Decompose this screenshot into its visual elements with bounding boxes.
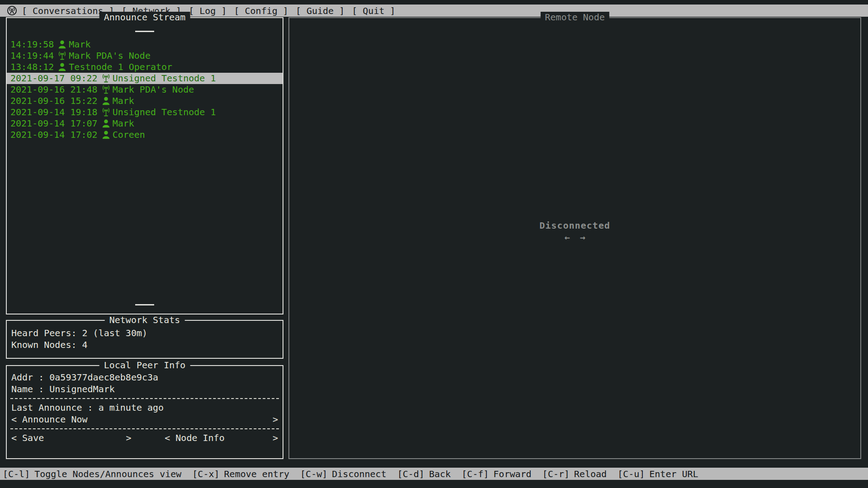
announce-name: Mark PDA's Node — [69, 50, 151, 61]
shortcut-bar: [C-l]Toggle Nodes/Announces view[C-x]Rem… — [0, 468, 868, 480]
button-close-bracket: > — [126, 432, 131, 444]
button-open-bracket: < — [11, 432, 17, 444]
announce-row[interactable]: 2021-09-16 21:48Mark PDA's Node — [7, 84, 283, 95]
announce-name: Coreen — [113, 129, 145, 141]
person-icon — [57, 40, 67, 49]
divider — [10, 428, 279, 429]
menu-item[interactable]: [ Config ] — [234, 5, 288, 16]
shortcut-label: Enter URL — [649, 469, 698, 479]
shortcut-key: [C-l] — [3, 469, 30, 479]
person-icon — [101, 96, 111, 106]
person-icon — [101, 130, 111, 140]
announce-stream-panel: Announce Stream 14:19:58Mark14:19:44Mark… — [6, 17, 283, 314]
peer-address: Addr : 0a59377daec8eb8e9c3a — [11, 371, 278, 383]
shortcut-label: Disconnect — [332, 469, 386, 479]
button-close-bracket: > — [273, 413, 278, 425]
announce-row[interactable]: 2021-09-17 09:22Unsigned Testnode 1 — [7, 73, 283, 84]
app-screen: [ Conversations ][ Network ][ Log ][ Con… — [0, 0, 868, 488]
scrollbar-top-cap[interactable] — [135, 31, 154, 32]
network-stats-title: Network Stats — [105, 314, 185, 325]
shortcut-key: [C-r] — [542, 469, 570, 479]
announce-timestamp: 14:19:58 — [10, 39, 54, 50]
shortcut-label: Back — [429, 469, 451, 479]
scrollbar-bottom-cap[interactable] — [135, 304, 154, 305]
reticulum-logo-icon — [7, 5, 17, 16]
announce-row[interactable]: 2021-09-14 17:02Coreen — [7, 129, 283, 141]
shortcut-key: [C-f] — [462, 469, 489, 479]
shortcut-item: [C-f]Forward — [462, 469, 532, 479]
network-stats-panel: Network Stats Heard Peers: 2 (last 30m) … — [6, 320, 283, 359]
announce-stream-title: Announce Stream — [99, 12, 190, 23]
save-button[interactable]: <Save> — [11, 432, 132, 444]
node-info-button[interactable]: <Node Info> — [165, 432, 278, 444]
announce-now-button[interactable]: <Announce Now> — [11, 413, 278, 425]
announce-name: Unsigned Testnode 1 — [113, 73, 216, 84]
save-label: Save — [22, 432, 126, 444]
divider — [10, 398, 279, 399]
menu-item[interactable]: [ Log ] — [189, 5, 226, 16]
button-open-bracket: < — [165, 432, 170, 444]
local-peer-info-panel: Local Peer Info Addr : 0a59377daec8eb8e9… — [6, 365, 283, 459]
remote-node-panel: Remote Node Disconnected ← → — [288, 17, 861, 459]
shortcut-item: [C-x]Remove entry — [192, 469, 289, 479]
node-broadcast-icon — [101, 85, 111, 94]
announce-timestamp: 2021-09-17 09:22 — [10, 73, 98, 84]
known-nodes-stat: Known Nodes: 4 — [11, 339, 283, 351]
announce-list: 14:19:58Mark14:19:44Mark PDA's Node13:48… — [7, 39, 283, 141]
button-close-bracket: > — [273, 432, 278, 444]
shortcut-key: [C-d] — [397, 469, 425, 479]
announce-timestamp: 2021-09-16 21:48 — [10, 84, 98, 95]
announce-timestamp: 2021-09-16 15:22 — [10, 95, 98, 107]
back-arrow-icon[interactable]: ← — [564, 232, 570, 243]
forward-arrow-icon[interactable]: → — [580, 232, 585, 243]
person-icon — [57, 62, 67, 72]
button-open-bracket: < — [11, 413, 17, 425]
announce-timestamp: 2021-09-14 19:18 — [10, 107, 98, 118]
menu-items: [ Conversations ][ Network ][ Log ][ Con… — [22, 5, 396, 16]
heard-peers-stat: Heard Peers: 2 (last 30m) — [11, 327, 283, 339]
connection-status: Disconnected — [539, 220, 610, 231]
announce-name: Mark — [113, 95, 134, 107]
menu-item[interactable]: [ Guide ] — [296, 5, 344, 16]
shortcut-item: [C-d]Back — [397, 469, 451, 479]
last-announce-text: Last Announce : a minute ago — [11, 402, 278, 413]
node-broadcast-icon — [101, 74, 111, 83]
shortcut-item: [C-u]Enter URL — [618, 469, 698, 479]
shortcut-item: [C-w]Disconnect — [300, 469, 387, 479]
person-icon — [101, 119, 111, 128]
shortcut-key: [C-w] — [300, 469, 327, 479]
announce-row[interactable]: 13:48:12Testnode 1 Operator — [7, 61, 283, 73]
announce-timestamp: 14:19:44 — [10, 50, 54, 61]
shortcut-label: Reload — [574, 469, 607, 479]
shortcut-label: Remove entry — [224, 469, 290, 479]
announce-now-label: Announce Now — [22, 413, 273, 425]
node-broadcast-icon — [101, 108, 111, 117]
node-info-label: Node Info — [175, 432, 273, 444]
shortcut-label: Toggle Nodes/Announces view — [34, 469, 181, 479]
announce-row[interactable]: 2021-09-14 17:07Mark — [7, 118, 283, 129]
announce-row[interactable]: 14:19:44Mark PDA's Node — [7, 50, 283, 61]
peer-name: Name : UnsignedMark — [11, 383, 278, 395]
node-broadcast-icon — [57, 51, 67, 61]
announce-name: Mark PDA's Node — [113, 84, 194, 95]
announce-timestamp: 2021-09-14 17:02 — [10, 129, 98, 141]
local-peer-info-title: Local Peer Info — [99, 360, 190, 371]
announce-name: Unsigned Testnode 1 — [113, 107, 216, 118]
announce-row[interactable]: 14:19:58Mark — [7, 39, 283, 50]
announce-name: Mark — [69, 39, 90, 50]
announce-name: Mark — [113, 118, 134, 129]
shortcut-key: [C-u] — [618, 469, 645, 479]
announce-name: Testnode 1 Operator — [69, 61, 172, 73]
shortcut-label: Forward — [493, 469, 531, 479]
shortcut-key: [C-x] — [192, 469, 219, 479]
announce-timestamp: 13:48:12 — [10, 61, 54, 73]
announce-timestamp: 2021-09-14 17:07 — [10, 118, 98, 129]
shortcut-item: [C-r]Reload — [542, 469, 607, 479]
announce-row[interactable]: 2021-09-14 19:18Unsigned Testnode 1 — [7, 107, 283, 118]
announce-row[interactable]: 2021-09-16 15:22Mark — [7, 95, 283, 107]
menu-item[interactable]: [ Quit ] — [352, 5, 395, 16]
shortcut-item: [C-l]Toggle Nodes/Announces view — [3, 469, 181, 479]
